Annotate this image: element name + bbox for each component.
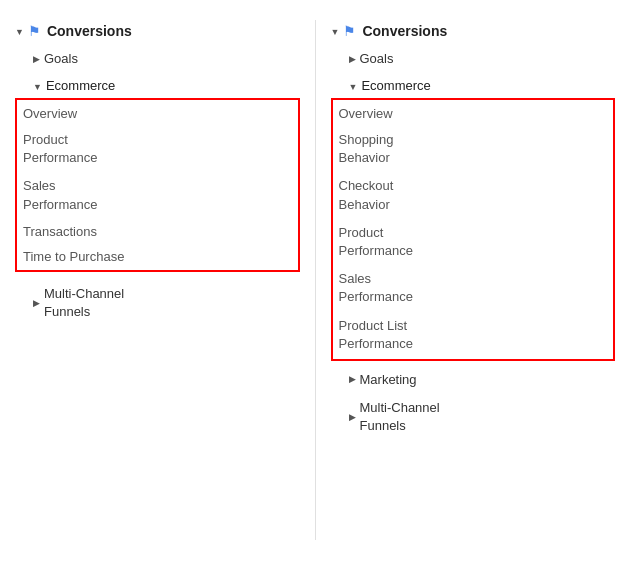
left-ecommerce-header[interactable]: ▼ Ecommerce (33, 75, 300, 96)
right-product-performance-link[interactable]: Product Performance (339, 222, 608, 262)
left-multi-channel-header[interactable]: ▶ Multi-Channel Funnels (33, 282, 300, 324)
left-goals-header[interactable]: ▶ Goals (33, 48, 300, 69)
right-overview-link[interactable]: Overview (339, 104, 608, 123)
right-ecommerce-header[interactable]: ▼ Ecommerce (349, 75, 616, 96)
left-overview-link[interactable]: Overview (23, 104, 292, 123)
right-marketing-label: Marketing (360, 372, 417, 387)
right-goals-header[interactable]: ▶ Goals (349, 48, 616, 69)
left-conversions-arrow: ▼ (15, 27, 24, 37)
left-ecommerce-items-box: Overview Product Performance Sales Perfo… (15, 98, 300, 272)
left-goals-label: Goals (44, 51, 78, 66)
left-conversions-header[interactable]: ▼ ⚑ Conversions (15, 20, 300, 42)
right-multi-channel-arrow: ▶ (349, 412, 356, 422)
right-panel: ▼ ⚑ Conversions ▶ Goals ▼ Ecommerce Over… (316, 10, 631, 448)
left-panel: ▼ ⚑ Conversions ▶ Goals ▼ Ecommerce Over… (0, 10, 315, 334)
right-ecommerce-label: Ecommerce (361, 78, 430, 93)
left-sales-performance-link[interactable]: Sales Performance (23, 175, 292, 215)
right-marketing-header[interactable]: ▶ Marketing (349, 369, 616, 390)
right-conversions-arrow: ▼ (331, 27, 340, 37)
right-multi-channel-label: Multi-Channel Funnels (360, 399, 440, 435)
right-checkout-behavior-link[interactable]: Checkout Behavior (339, 175, 608, 215)
left-product-performance-link[interactable]: Product Performance (23, 129, 292, 169)
right-ecommerce-items-box: Overview Shopping Behavior Checkout Beha… (331, 98, 616, 361)
right-sales-performance-link[interactable]: Sales Performance (339, 268, 608, 308)
left-ecommerce-label: Ecommerce (46, 78, 115, 93)
right-conversions-label: Conversions (362, 23, 447, 39)
right-shopping-behavior-link[interactable]: Shopping Behavior (339, 129, 608, 169)
right-product-list-performance-link[interactable]: Product List Performance (339, 315, 608, 355)
left-conversions-label: Conversions (47, 23, 132, 39)
left-ecommerce-arrow: ▼ (33, 82, 42, 92)
left-goals-arrow: ▶ (33, 54, 40, 64)
left-time-to-purchase-link[interactable]: Time to Purchase (23, 247, 292, 266)
left-multi-channel-label: Multi-Channel Funnels (44, 285, 124, 321)
right-goals-arrow: ▶ (349, 54, 356, 64)
left-transactions-link[interactable]: Transactions (23, 222, 292, 241)
right-marketing-arrow: ▶ (349, 374, 356, 384)
right-conversions-header[interactable]: ▼ ⚑ Conversions (331, 20, 616, 42)
left-conversions-flag-icon: ⚑ (28, 23, 41, 39)
right-conversions-flag-icon: ⚑ (343, 23, 356, 39)
left-multi-channel-arrow: ▶ (33, 298, 40, 308)
right-multi-channel-header[interactable]: ▶ Multi-Channel Funnels (349, 396, 616, 438)
right-ecommerce-arrow: ▼ (349, 82, 358, 92)
right-goals-label: Goals (360, 51, 394, 66)
